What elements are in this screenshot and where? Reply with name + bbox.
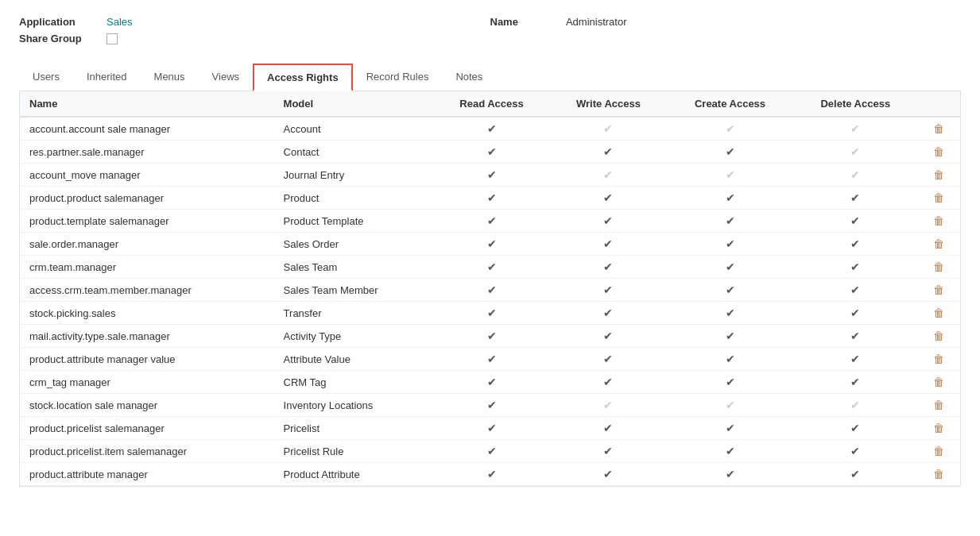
cell-trash[interactable]: 🗑 bbox=[918, 164, 960, 187]
cell-delete[interactable]: ✔ bbox=[793, 463, 918, 486]
cell-trash[interactable]: 🗑 bbox=[918, 233, 960, 256]
read-checkbox[interactable]: ✔ bbox=[487, 307, 497, 319]
create-checkbox[interactable]: ✔ bbox=[726, 468, 735, 480]
write-checkbox[interactable]: ✔ bbox=[603, 145, 613, 158]
tab-users[interactable]: Users bbox=[19, 64, 73, 91]
cell-delete[interactable]: ✔ bbox=[793, 233, 918, 256]
delete-checkbox[interactable]: ✔ bbox=[850, 260, 860, 273]
delete-checkbox[interactable]: ✔ bbox=[850, 191, 860, 204]
delete-checkbox[interactable]: ✔ bbox=[850, 307, 860, 319]
tab-record-rules[interactable]: Record Rules bbox=[353, 64, 443, 91]
write-checkbox[interactable]: ✔ bbox=[603, 307, 613, 319]
cell-create[interactable]: ✔ bbox=[667, 302, 793, 325]
cell-create[interactable]: ✔ bbox=[667, 463, 793, 486]
create-checkbox[interactable]: ✔ bbox=[726, 376, 735, 388]
cell-trash[interactable]: 🗑 bbox=[918, 302, 960, 325]
delete-row-icon[interactable]: 🗑 bbox=[933, 237, 944, 250]
cell-read[interactable]: ✔ bbox=[433, 394, 550, 417]
cell-delete[interactable]: ✔ bbox=[793, 164, 918, 187]
cell-read[interactable]: ✔ bbox=[433, 371, 550, 394]
write-checkbox[interactable]: ✔ bbox=[603, 122, 613, 135]
write-checkbox[interactable]: ✔ bbox=[603, 260, 613, 273]
tab-access-rights[interactable]: Access Rights bbox=[253, 64, 353, 91]
cell-create[interactable]: ✔ bbox=[667, 210, 793, 233]
read-checkbox[interactable]: ✔ bbox=[487, 330, 497, 342]
delete-checkbox[interactable]: ✔ bbox=[850, 468, 860, 480]
delete-checkbox[interactable]: ✔ bbox=[850, 237, 860, 250]
delete-row-icon[interactable]: 🗑 bbox=[933, 330, 944, 342]
write-checkbox[interactable]: ✔ bbox=[603, 330, 613, 342]
read-checkbox[interactable]: ✔ bbox=[487, 260, 497, 273]
cell-write[interactable]: ✔ bbox=[550, 164, 667, 187]
cell-delete[interactable]: ✔ bbox=[793, 325, 918, 348]
cell-delete[interactable]: ✔ bbox=[793, 187, 918, 210]
delete-row-icon[interactable]: 🗑 bbox=[933, 283, 944, 296]
write-checkbox[interactable]: ✔ bbox=[603, 422, 613, 434]
read-checkbox[interactable]: ✔ bbox=[487, 122, 497, 135]
delete-checkbox[interactable]: ✔ bbox=[850, 376, 860, 388]
delete-checkbox[interactable]: ✔ bbox=[850, 422, 860, 434]
create-checkbox[interactable]: ✔ bbox=[726, 214, 735, 227]
read-checkbox[interactable]: ✔ bbox=[487, 283, 497, 296]
cell-read[interactable]: ✔ bbox=[433, 210, 550, 233]
cell-delete[interactable]: ✔ bbox=[793, 371, 918, 394]
write-checkbox[interactable]: ✔ bbox=[603, 399, 613, 411]
cell-delete[interactable]: ✔ bbox=[793, 302, 918, 325]
write-checkbox[interactable]: ✔ bbox=[603, 468, 613, 480]
cell-delete[interactable]: ✔ bbox=[793, 440, 918, 463]
cell-create[interactable]: ✔ bbox=[667, 325, 793, 348]
delete-row-icon[interactable]: 🗑 bbox=[933, 353, 944, 365]
cell-delete[interactable]: ✔ bbox=[793, 210, 918, 233]
cell-create[interactable]: ✔ bbox=[667, 440, 793, 463]
write-checkbox[interactable]: ✔ bbox=[603, 168, 613, 181]
delete-row-icon[interactable]: 🗑 bbox=[933, 399, 944, 411]
cell-write[interactable]: ✔ bbox=[550, 348, 667, 371]
write-checkbox[interactable]: ✔ bbox=[603, 283, 613, 296]
tab-inherited[interactable]: Inherited bbox=[73, 64, 141, 91]
read-checkbox[interactable]: ✔ bbox=[487, 214, 497, 227]
create-checkbox[interactable]: ✔ bbox=[726, 145, 735, 158]
cell-delete[interactable]: ✔ bbox=[793, 417, 918, 440]
cell-read[interactable]: ✔ bbox=[433, 164, 550, 187]
cell-trash[interactable]: 🗑 bbox=[918, 440, 960, 463]
write-checkbox[interactable]: ✔ bbox=[603, 376, 613, 388]
delete-row-icon[interactable]: 🗑 bbox=[933, 214, 944, 227]
delete-row-icon[interactable]: 🗑 bbox=[933, 191, 944, 204]
cell-trash[interactable]: 🗑 bbox=[918, 463, 960, 486]
cell-read[interactable]: ✔ bbox=[433, 279, 550, 302]
delete-row-icon[interactable]: 🗑 bbox=[933, 468, 944, 480]
read-checkbox[interactable]: ✔ bbox=[487, 168, 497, 181]
create-checkbox[interactable]: ✔ bbox=[726, 283, 735, 296]
cell-read[interactable]: ✔ bbox=[433, 256, 550, 279]
read-checkbox[interactable]: ✔ bbox=[487, 422, 497, 434]
write-checkbox[interactable]: ✔ bbox=[603, 191, 613, 204]
create-checkbox[interactable]: ✔ bbox=[726, 307, 735, 319]
cell-trash[interactable]: 🗑 bbox=[918, 394, 960, 417]
cell-delete[interactable]: ✔ bbox=[793, 141, 918, 164]
cell-read[interactable]: ✔ bbox=[433, 440, 550, 463]
cell-delete[interactable]: ✔ bbox=[793, 117, 918, 141]
read-checkbox[interactable]: ✔ bbox=[487, 468, 497, 480]
delete-row-icon[interactable]: 🗑 bbox=[933, 145, 944, 158]
delete-row-icon[interactable]: 🗑 bbox=[933, 168, 944, 181]
cell-create[interactable]: ✔ bbox=[667, 117, 793, 141]
cell-delete[interactable]: ✔ bbox=[793, 348, 918, 371]
cell-read[interactable]: ✔ bbox=[433, 463, 550, 486]
delete-checkbox[interactable]: ✔ bbox=[850, 399, 860, 411]
cell-read[interactable]: ✔ bbox=[433, 302, 550, 325]
share-group-checkbox[interactable] bbox=[107, 33, 118, 44]
cell-write[interactable]: ✔ bbox=[550, 371, 667, 394]
cell-read[interactable]: ✔ bbox=[433, 141, 550, 164]
create-checkbox[interactable]: ✔ bbox=[726, 168, 735, 181]
cell-delete[interactable]: ✔ bbox=[793, 256, 918, 279]
cell-trash[interactable]: 🗑 bbox=[918, 417, 960, 440]
cell-trash[interactable]: 🗑 bbox=[918, 371, 960, 394]
cell-delete[interactable]: ✔ bbox=[793, 279, 918, 302]
cell-create[interactable]: ✔ bbox=[667, 417, 793, 440]
create-checkbox[interactable]: ✔ bbox=[726, 122, 735, 135]
cell-trash[interactable]: 🗑 bbox=[918, 256, 960, 279]
cell-trash[interactable]: 🗑 bbox=[918, 141, 960, 164]
cell-write[interactable]: ✔ bbox=[550, 463, 667, 486]
read-checkbox[interactable]: ✔ bbox=[487, 445, 497, 457]
delete-checkbox[interactable]: ✔ bbox=[850, 330, 860, 342]
